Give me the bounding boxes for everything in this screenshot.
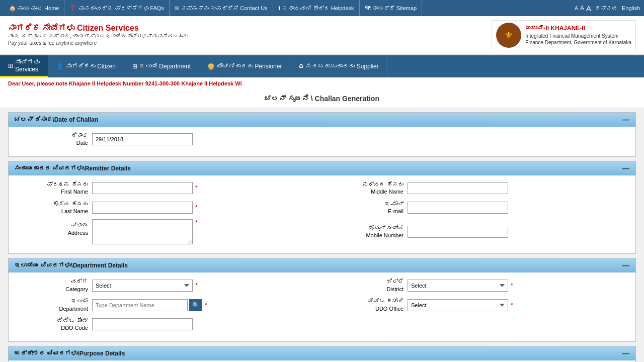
purpose-section: ಉದ್ದೇಶದ ವಿವರಗಳು\Purpose Details — ಉದ್ದೇಶ… [8, 346, 636, 362]
ddo-office-select[interactable]: Select [408, 299, 508, 311]
top-nav: 🏠 ಮುಖ ಪುಟ Home ❓ ಪುನರಾವರ್ತ ಪ್ರಶ್ನೆಗಳು FA… [0, 0, 644, 16]
font-small-btn[interactable]: A [575, 6, 578, 11]
sitemap-nav-item[interactable]: 🗺 ತಾಣಕ್ಕೆ Sitemap [360, 0, 422, 16]
remitter-section: ಸಂದಾಯದಾರರ ವಿವರಗಳು\Remitter Details — ಪ್ರ… [8, 161, 636, 254]
middle-name-row: ಮಧ್ಯದ ಹೆಸರು Middle Name [327, 180, 627, 196]
dept-collapse[interactable]: — [622, 261, 629, 269]
mobile-row: ಮೊಬೈಲ್ ಸಂಖ್ಯೆ Mobile Number [327, 219, 627, 244]
mobile-input[interactable] [408, 226, 508, 238]
main-content: ಚಲನ್ ದಿನಾಂಕ\Date of Challan — ದಿನಾಂಕ Dat… [0, 108, 644, 362]
challan-date-body: ದಿನಾಂಕ Date 29/11/2018 [9, 127, 635, 156]
ddo-code-row: ಡಿಡಿಒ ಕೋಡ್ DDO Code [17, 317, 317, 332]
dept-body: ವರ್ಗ Category Select * ಜಿಲ್ಲೆ District [9, 273, 635, 341]
email-field [408, 202, 627, 214]
dept-icon: ⊞ [132, 63, 137, 70]
ddo-office-row: ಡಿಡಿಒ ಕಚೇರಿ DDO Office Select * [327, 297, 627, 313]
last-name-input[interactable] [92, 202, 193, 214]
date-field: 29/11/2018 [92, 133, 627, 145]
purpose-header: ಉದ್ದೇಶದ ವಿವರಗಳು\Purpose Details — [9, 346, 635, 360]
date-field-row: ದಿನಾಂಕ Date 29/11/2018 [17, 132, 627, 147]
dept-search-button[interactable]: 🔍 [189, 299, 202, 311]
remitter-form: ಪ್ರಥಮ ಹೆಸರು First Name * ಮಧ್ಯದ ಹೆಸರು Mid… [17, 180, 627, 249]
date-label: ದಿನಾಂಕ Date [17, 132, 92, 147]
ddo-office-label: ಡಿಡಿಒ ಕಚೇರಿ DDO Office [327, 297, 408, 313]
email-label: ಇ-ಮೇಲ್ E-mail [327, 200, 408, 216]
logo-text: ಖಜಾನೆ-II KHAJANE-II Integrated Financial… [525, 25, 631, 46]
category-row: ವರ್ಗ Category Select * [17, 278, 317, 293]
header-logo: ⚜ ಖಜಾನೆ-II KHAJANE-II Integrated Financi… [492, 20, 636, 50]
last-name-label: ಕೊನೆಯ ಹೆಸರು Last Name [17, 200, 92, 216]
dept-section: ಇಲಾಖೆಯ ವಿವರಗಳು\Department Details — ವರ್ಗ… [8, 258, 636, 341]
challan-date-header: ಚಲನ್ ದಿನಾಂಕ\Date of Challan — [9, 113, 635, 127]
district-field: Select * [408, 280, 627, 292]
department-input[interactable] [92, 299, 188, 311]
helpdesk-nav-item[interactable]: ℹ ಸಹಾಯವಾಣಿ ಕೇಂದ್ರ Helpdesk [273, 0, 360, 16]
first-name-label: ಪ್ರಥಮ ಹೆಸರು First Name [17, 180, 92, 196]
email-row: ಇ-ಮೇಲ್ E-mail [327, 200, 627, 216]
dept-header: ಇಲಾಖೆಯ ವಿವರಗಳು\Department Details — [9, 258, 635, 273]
middle-name-label: ಮಧ್ಯದ ಹೆಸರು Middle Name [327, 180, 408, 196]
home-nav-item[interactable]: 🏠 ಮುಖ ಪುಟ Home [4, 0, 64, 16]
middle-name-field [408, 182, 627, 194]
site-subtitle-2: Pay your taxes & fee anytime anywhere [8, 40, 188, 47]
home-icon: 🏠 [9, 5, 16, 12]
first-name-field: * [92, 182, 317, 194]
district-label: ಜಿಲ್ಲೆ District [327, 278, 408, 293]
email-input[interactable] [408, 202, 508, 214]
middle-name-input[interactable] [408, 182, 508, 194]
remitter-collapse[interactable]: — [622, 164, 629, 172]
ddo-code-input[interactable] [92, 318, 193, 330]
email-icon: ✉ [175, 5, 179, 12]
department-row: ಇಲಾಖೆ Department 🔍 * [17, 297, 317, 313]
address-field: * [92, 219, 317, 244]
date-input[interactable]: 29/11/2018 [92, 133, 193, 145]
remitter-body: ಪ್ರಥಮ ಹೆಸರು First Name * ಮಧ್ಯದ ಹೆಸರು Mid… [9, 175, 635, 254]
font-size-controls: A A A [575, 4, 591, 13]
font-medium-btn[interactable]: A [580, 5, 584, 12]
contact-nav-item[interactable]: ✉ ನಮ್ಮನ್ನು ಸಂಪರ್ಕಿಸಿ Contact Us [170, 0, 273, 16]
district-select[interactable]: Select [408, 280, 508, 292]
department-label: ಇಲಾಖೆ Department [17, 297, 92, 313]
address-input[interactable] [92, 219, 193, 244]
language-kannada[interactable]: ಕನ್ನಡ [595, 5, 618, 11]
notice-bar: Dear User, please note Khajane II Helpde… [0, 77, 644, 89]
mobile-label: ಮೊಬೈಲ್ ಸಂಖ್ಯೆ Mobile Number [327, 224, 408, 240]
dept-form: ವರ್ಗ Category Select * ಜಿಲ್ಲೆ District [17, 278, 627, 336]
department-field: 🔍 * [92, 299, 317, 311]
services-icon: ⊞ [8, 62, 13, 69]
first-name-input[interactable] [92, 182, 193, 194]
emblem-icon: ⚜ [496, 23, 521, 48]
category-select[interactable]: Select [92, 280, 193, 292]
sitemap-icon: 🗺 [365, 5, 370, 11]
challan-date-collapse[interactable]: — [622, 116, 629, 124]
mobile-field [408, 226, 627, 238]
page-title: ಚಲನ್ ಸೃಜನೆ \ Challan Generation [0, 89, 644, 108]
faqs-nav-item[interactable]: ❓ ಪುನರಾವರ್ತ ಪ್ರಶ್ನೆಗಳು FAQs [64, 0, 170, 16]
challan-date-section: ಚಲನ್ ದಿನಾಂಕ\Date of Challan — ದಿನಾಂಕ Dat… [8, 112, 636, 157]
nav-services[interactable]: ⊞ ಸೇವೆಗಳು Services [0, 55, 48, 77]
purpose-collapse[interactable]: — [622, 349, 629, 357]
language-english[interactable]: English [622, 5, 640, 11]
site-subtitle-1: ನೀವು, ಕರ್ನಾಟಕ ಸರ್ಕಾರ, ಶಾಲಾ ಶಿಕ್ಷಣ ಇಲಾಖೆಯ… [8, 33, 188, 40]
supplier-icon: ♻ [298, 63, 304, 70]
nav-department[interactable]: ⊞ ಇಲಾಖೆ Department [124, 55, 199, 77]
top-nav-right: A A A ಕನ್ನಡ English [575, 4, 640, 13]
address-label: ವಿಳಾಸ Address [17, 219, 92, 237]
site-title: ನಾಗರಿಕ ಸೇವೆಗಳು Citizen Services [8, 24, 188, 33]
address-row: ವಿಳಾಸ Address * [17, 219, 317, 244]
last-name-row: ಕೊನೆಯ ಹೆಸರು Last Name * [17, 200, 317, 216]
category-field: Select * [92, 280, 317, 292]
nav-citizen[interactable]: 👤 ನಾಗರಿಕರು Citizen [48, 55, 124, 77]
remitter-header: ಸಂದಾಯದಾರರ ವಿವರಗಳು\Remitter Details — [9, 161, 635, 175]
last-name-field: * [92, 202, 317, 214]
nav-pensioner[interactable]: 👴 ಪಿಂಚಣಿದಾರರು Pensioner [199, 55, 290, 77]
main-nav: ⊞ ಸೇವೆಗಳು Services 👤 ನಾಗರಿಕರು Citizen ⊞ … [0, 55, 644, 77]
ddo-code-label: ಡಿಡಿಒ ಕೋಡ್ DDO Code [17, 317, 92, 332]
question-icon: ❓ [69, 5, 76, 12]
nav-supplier[interactable]: ♻ ಸರಬರಾಜುದಾರರು Supplier [290, 55, 387, 77]
font-large-btn[interactable]: A [586, 4, 591, 13]
header-left: ನಾಗರಿಕ ಸೇವೆಗಳು Citizen Services ನೀವು, ಕರ… [8, 24, 188, 47]
ddo-code-field [92, 318, 317, 330]
site-header: ನಾಗರಿಕ ಸೇವೆಗಳು Citizen Services ನೀವು, ಕರ… [0, 16, 644, 55]
pensioner-icon: 👴 [207, 63, 215, 70]
